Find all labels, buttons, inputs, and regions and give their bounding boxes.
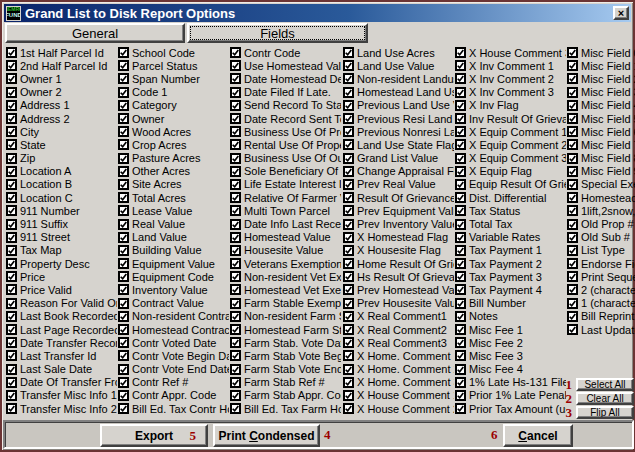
checkbox-checked-icon[interactable] xyxy=(6,337,17,348)
field-checkbox-item[interactable]: Farm Stab Vote Begin xyxy=(230,349,341,362)
checkbox-checked-icon[interactable] xyxy=(455,311,466,322)
checkbox-checked-icon[interactable] xyxy=(343,377,354,388)
field-checkbox-item[interactable]: Result Of Grievance xyxy=(343,191,454,204)
checkbox-checked-icon[interactable] xyxy=(6,364,17,375)
checkbox-checked-icon[interactable] xyxy=(343,311,354,322)
checkbox-checked-icon[interactable] xyxy=(343,258,354,269)
checkbox-checked-icon[interactable] xyxy=(230,100,241,111)
checkbox-checked-icon[interactable] xyxy=(6,60,17,71)
field-checkbox-item[interactable]: Inventory Value xyxy=(118,283,229,296)
checkbox-checked-icon[interactable] xyxy=(6,192,17,203)
checkbox-checked-icon[interactable] xyxy=(118,126,129,137)
field-checkbox-item[interactable]: Home Result Of Grie xyxy=(343,257,454,270)
field-checkbox-item[interactable]: Real Value xyxy=(118,217,229,230)
checkbox-checked-icon[interactable] xyxy=(230,113,241,124)
checkbox-checked-icon[interactable] xyxy=(230,403,241,414)
field-checkbox-item[interactable]: 911 Street xyxy=(6,231,117,244)
field-checkbox-item[interactable]: Last Updated xyxy=(567,323,635,336)
field-checkbox-item[interactable]: Tax Payment 3 xyxy=(455,270,566,283)
field-checkbox-item[interactable]: Hs Result Of Grievan xyxy=(343,270,454,283)
checkbox-checked-icon[interactable] xyxy=(455,350,466,361)
checkbox-checked-icon[interactable] xyxy=(118,153,129,164)
field-checkbox-item[interactable]: 1 (character) C xyxy=(567,297,635,310)
checkbox-checked-icon[interactable] xyxy=(230,245,241,256)
field-checkbox-item[interactable]: Multi Town Parcel xyxy=(230,204,341,217)
checkbox-checked-icon[interactable] xyxy=(118,350,129,361)
checkbox-checked-icon[interactable] xyxy=(118,298,129,309)
checkbox-checked-icon[interactable] xyxy=(6,311,17,322)
export-button[interactable]: Export 5 xyxy=(100,424,208,447)
checkbox-checked-icon[interactable] xyxy=(567,245,578,256)
field-checkbox-item[interactable]: X Housesite Flag xyxy=(343,244,454,257)
field-checkbox-item[interactable]: List Type xyxy=(567,244,635,257)
field-checkbox-item[interactable]: Prev Homestead Valu xyxy=(343,283,454,296)
field-checkbox-item[interactable]: Contr Appr. Code xyxy=(118,389,229,402)
checkbox-checked-icon[interactable] xyxy=(455,73,466,84)
checkbox-checked-icon[interactable] xyxy=(118,179,129,190)
field-checkbox-item[interactable]: Misc Field 0 xyxy=(567,46,635,59)
checkbox-checked-icon[interactable] xyxy=(230,219,241,230)
checkbox-checked-icon[interactable] xyxy=(567,298,578,309)
checkbox-checked-icon[interactable] xyxy=(118,73,129,84)
field-checkbox-item[interactable]: Last Transfer Id xyxy=(6,349,117,362)
field-checkbox-item[interactable]: Misc Field 4 xyxy=(567,99,635,112)
field-checkbox-item[interactable]: Use Homestead Val F xyxy=(230,59,341,72)
field-checkbox-item[interactable]: Location C xyxy=(6,191,117,204)
field-checkbox-item[interactable]: Equip Result Of Griev xyxy=(455,178,566,191)
checkbox-checked-icon[interactable] xyxy=(118,100,129,111)
field-checkbox-item[interactable]: Date Filed If Late. xyxy=(230,86,341,99)
field-checkbox-item[interactable]: Special Exemp xyxy=(567,178,635,191)
checkbox-checked-icon[interactable] xyxy=(230,390,241,401)
checkbox-checked-icon[interactable] xyxy=(6,87,17,98)
field-checkbox-item[interactable]: Land Value xyxy=(118,231,229,244)
checkbox-checked-icon[interactable] xyxy=(118,311,129,322)
field-checkbox-item[interactable]: Zip xyxy=(6,152,117,165)
field-checkbox-item[interactable]: Non-resident Vet Exe xyxy=(230,270,341,283)
field-checkbox-item[interactable]: 1lift,2snow,3b xyxy=(567,204,635,217)
field-checkbox-item[interactable]: Bill Number xyxy=(455,297,566,310)
field-checkbox-item[interactable]: Non-resident Farm St xyxy=(230,310,341,323)
field-checkbox-item[interactable]: Non-resident Contrac xyxy=(118,310,229,323)
field-checkbox-item[interactable]: X House Comment 3 xyxy=(455,46,566,59)
field-checkbox-item[interactable]: Prev Inventory Value xyxy=(343,217,454,230)
checkbox-checked-icon[interactable] xyxy=(118,60,129,71)
checkbox-checked-icon[interactable] xyxy=(6,324,17,335)
checkbox-checked-icon[interactable] xyxy=(455,179,466,190)
field-checkbox-item[interactable]: 2nd Half Parcel Id xyxy=(6,59,117,72)
field-checkbox-item[interactable]: X House Comment 2 xyxy=(343,402,454,415)
field-checkbox-item[interactable]: Contr Ref # xyxy=(118,376,229,389)
field-checkbox-item[interactable]: Sole Beneficiary Of F xyxy=(230,165,341,178)
field-checkbox-item[interactable]: Housesite Value xyxy=(230,244,341,257)
checkbox-checked-icon[interactable] xyxy=(343,324,354,335)
checkbox-checked-icon[interactable] xyxy=(6,377,17,388)
field-checkbox-item[interactable]: Non-resident Landuse xyxy=(343,72,454,85)
field-checkbox-item[interactable]: Date Of Transfer Fro xyxy=(6,376,117,389)
field-checkbox-item[interactable]: Tax Payment 2 xyxy=(455,257,566,270)
field-checkbox-item[interactable]: Misc Field 1 xyxy=(567,59,635,72)
field-checkbox-item[interactable]: State xyxy=(6,138,117,151)
checkbox-checked-icon[interactable] xyxy=(567,324,578,335)
field-checkbox-item[interactable]: Previous Nonresi Lan xyxy=(343,125,454,138)
field-checkbox-item[interactable]: Misc Fee 3 xyxy=(455,349,566,362)
checkbox-checked-icon[interactable] xyxy=(6,350,17,361)
checkbox-checked-icon[interactable] xyxy=(567,73,578,84)
checkbox-checked-icon[interactable] xyxy=(455,60,466,71)
checkbox-checked-icon[interactable] xyxy=(118,284,129,295)
checkbox-checked-icon[interactable] xyxy=(118,219,129,230)
field-checkbox-item[interactable]: Price Valid xyxy=(6,283,117,296)
field-checkbox-item[interactable]: Transfer Misc Info 2 xyxy=(6,402,117,415)
field-checkbox-item[interactable]: Transfer Misc Info 1 xyxy=(6,389,117,402)
field-checkbox-item[interactable]: Send Record To State xyxy=(230,99,341,112)
field-checkbox-item[interactable]: Equipment Code xyxy=(118,270,229,283)
checkbox-checked-icon[interactable] xyxy=(455,219,466,230)
field-checkbox-item[interactable]: Dist. Differential xyxy=(455,191,566,204)
checkbox-checked-icon[interactable] xyxy=(230,350,241,361)
checkbox-checked-icon[interactable] xyxy=(343,60,354,71)
checkbox-checked-icon[interactable] xyxy=(567,166,578,177)
field-checkbox-item[interactable]: Veterans Exemption xyxy=(230,257,341,270)
checkbox-checked-icon[interactable] xyxy=(230,311,241,322)
checkbox-checked-icon[interactable] xyxy=(343,113,354,124)
field-checkbox-item[interactable]: Last Book Recorded I xyxy=(6,310,117,323)
checkbox-checked-icon[interactable] xyxy=(455,337,466,348)
field-checkbox-item[interactable]: Rental Use Of Proper xyxy=(230,138,341,151)
